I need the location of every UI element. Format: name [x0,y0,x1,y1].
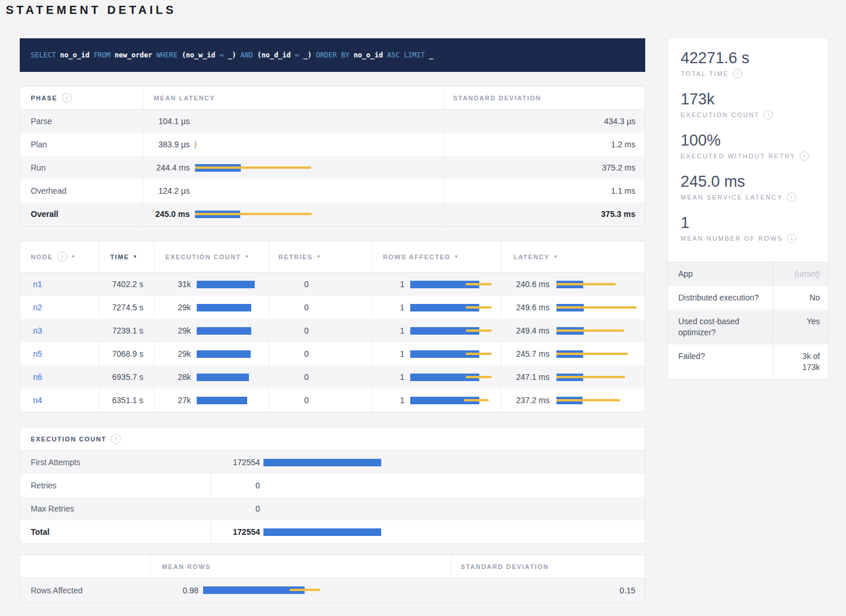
node-link[interactable]: n5 [33,349,42,358]
standard-deviation-cell: 434.3 µs [443,110,646,133]
info-icon[interactable]: i [733,69,742,78]
table-title-label: EXECUTION COUNT [31,436,106,443]
execution-count-value: 29k [154,303,191,312]
bar-chart [203,586,451,594]
sql-token: FROM [89,51,114,59]
retries-cell: 0 [269,365,372,389]
summary-stats-card: 42271.6 sTOTAL TIMEi173kEXECUTION COUNTi… [667,37,829,264]
latency-value: 240.6 ms [501,280,549,289]
sort-arrow-icon: ▼ [71,254,77,259]
bar-chart [195,141,443,148]
standard-deviation-cell: 0.15 [451,578,646,602]
bar-stddev [556,329,624,332]
info-icon[interactable]: i [57,252,67,262]
time-value: 7239.1 s [112,326,143,335]
phase-name-cell: Run [20,156,143,179]
info-icon[interactable]: i [111,434,121,444]
node-link[interactable]: n4 [33,396,42,405]
bar-chart [410,281,501,288]
info-icon[interactable]: i [787,193,796,202]
attempt-type-cell: Retries [20,474,211,497]
column-header-phase: PHASEi [20,86,143,109]
bar-chart [410,397,501,404]
stat-label: EXECUTED WITHOUT RETRYi [681,151,816,161]
retries-value: 0 [269,326,309,335]
column-header-label: ROWS AFFECTED [383,253,450,260]
bar-chart [195,211,443,218]
column-header-node[interactable]: NODEi▼ [20,241,99,272]
column-header-label: STANDARD DEVIATION [461,563,549,570]
column-header-retries[interactable]: RETRIES▼ [269,241,372,272]
sort-arrow-icon: ▼ [454,254,460,259]
node-link[interactable]: n3 [33,326,42,335]
column-header-execution-count[interactable]: EXECUTION COUNT▼ [154,241,269,272]
bar-chart [197,397,269,404]
rows-affected-cell: 1 [372,389,501,412]
info-icon[interactable]: i [62,93,72,103]
column-header-rows-affected[interactable]: ROWS AFFECTED▼ [372,241,501,272]
sql-token: new_order [115,51,153,59]
info-icon[interactable]: i [800,151,809,161]
latency-cell: 245.7 ms [501,342,646,365]
retries-cell: 0 [269,296,372,319]
bar-mean [263,459,381,466]
execution-count-cell: 29k [154,319,269,342]
info-icon[interactable]: i [787,234,796,243]
bar-chart [410,350,501,358]
bar-stddev [556,376,625,378]
stat-label: MEAN NUMBER OF ROWSi [681,234,816,243]
phase-name: Run [31,163,46,172]
attribute-label: Used cost-based optimizer? [668,310,773,345]
node-link[interactable]: n2 [33,303,42,312]
standard-deviation-value: 1.2 ms [611,140,635,149]
bar-chart [556,374,646,381]
bar-stddev [464,399,489,401]
time-cell: 7068.9 s [99,342,154,365]
phase-name: Overhead [31,186,66,195]
node-row: n46351.1 s27k01237.2 ms [20,389,645,412]
sql-token: AND [240,51,253,59]
node-link[interactable]: n6 [33,372,42,382]
phase-table: PHASEiMEAN LATENCYSTANDARD DEVIATIONPars… [20,86,645,226]
rows-affected-cell: 1 [372,273,501,296]
standard-deviation-value: 1.1 ms [611,186,635,195]
stat-label: EXECUTION COUNTi [681,110,816,119]
attribute-value: (unset) [773,262,829,286]
info-icon[interactable]: i [764,110,773,119]
node-link[interactable]: n1 [33,280,42,289]
bar-stddev [556,353,628,355]
summary-stat: 173kEXECUTION COUNTi [681,90,816,119]
execution-count-cell: 28k [154,365,269,389]
column-header-time[interactable]: TIME▼ [99,241,154,272]
execution-count-cell: 31k [154,273,269,296]
execution-count-value: 28k [154,372,191,382]
latency-value: 247.1 ms [501,372,549,382]
rows-affected-value: 1 [377,326,404,335]
column-header-mean-latency: MEAN LATENCY [143,86,443,109]
mean-latency-cell: 383.9 µs [143,133,443,156]
latency-cell: 249.4 ms [501,319,646,342]
rows-affected-value: 1 [377,372,404,382]
rows-affected-value: 1 [377,303,404,312]
phase-name-cell: Overall [20,202,143,226]
mean-rows-cell: 0.98 [150,578,451,602]
column-header-label: MEAN LATENCY [154,95,215,102]
bar-mean [197,350,251,358]
column-header-latency[interactable]: LATENCY▼ [501,241,646,272]
retries-value: 0 [269,303,309,312]
attempt-type: First Attempts [31,458,81,467]
sql-token: ASC LIMIT [383,51,429,59]
time-cell: 6351.1 s [99,389,154,412]
bar-chart [556,281,646,288]
bar-stddev [556,283,616,285]
standard-deviation-cell: 375.2 ms [443,156,646,179]
attribute-row: Used cost-based optimizer?Yes [668,310,828,345]
bar-chart [410,304,501,311]
stat-value: 42271.6 s [681,49,816,67]
column-header-label: PHASE [31,95,57,102]
bar-stddev [466,376,491,378]
mean-latency-value: 383.9 µs [154,140,190,149]
phase-row: Run244.4 ms375.2 ms [20,156,645,179]
retries-cell: 0 [269,319,372,342]
retries-value: 0 [269,372,309,382]
